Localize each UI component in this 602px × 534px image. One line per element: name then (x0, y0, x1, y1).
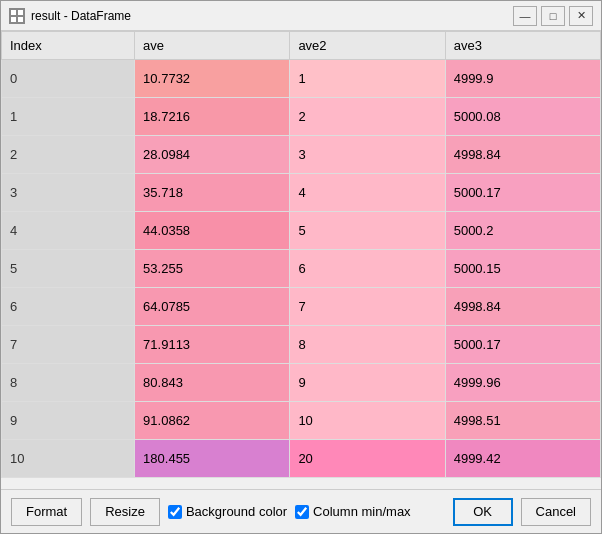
table-row: 991.0862104998.51 (2, 402, 601, 440)
col-header-ave2: ave2 (290, 32, 445, 60)
cell-ave3: 4999.9 (445, 60, 600, 98)
titlebar-controls: — □ ✕ (513, 6, 593, 26)
bg-color-checkbox-group: Background color (168, 504, 287, 519)
cell-ave2: 20 (290, 440, 445, 478)
table-row: 664.078574998.84 (2, 288, 601, 326)
cell-index: 1 (2, 98, 135, 136)
cell-ave3: 5000.15 (445, 250, 600, 288)
close-button[interactable]: ✕ (569, 6, 593, 26)
cell-ave: 18.7216 (135, 98, 290, 136)
cell-index: 3 (2, 174, 135, 212)
cell-ave: 53.255 (135, 250, 290, 288)
main-window: result - DataFrame — □ ✕ Index ave ave2 … (0, 0, 602, 534)
table-row: 880.84394999.96 (2, 364, 601, 402)
svg-rect-2 (11, 17, 16, 22)
cell-ave: 28.0984 (135, 136, 290, 174)
table-row: 10180.455204999.42 (2, 440, 601, 478)
cell-ave2: 4 (290, 174, 445, 212)
col-header-index: Index (2, 32, 135, 60)
cell-ave3: 4998.84 (445, 136, 600, 174)
cell-ave: 35.718 (135, 174, 290, 212)
cell-ave: 80.843 (135, 364, 290, 402)
cell-ave: 71.9113 (135, 326, 290, 364)
cell-ave2: 1 (290, 60, 445, 98)
cell-index: 0 (2, 60, 135, 98)
cell-index: 10 (2, 440, 135, 478)
col-header-ave3: ave3 (445, 32, 600, 60)
col-minmax-label: Column min/max (313, 504, 411, 519)
cell-ave: 91.0862 (135, 402, 290, 440)
svg-rect-0 (11, 10, 16, 15)
titlebar: result - DataFrame — □ ✕ (1, 1, 601, 31)
cell-index: 9 (2, 402, 135, 440)
table-row: 010.773214999.9 (2, 60, 601, 98)
cell-ave2: 7 (290, 288, 445, 326)
cell-ave3: 4998.51 (445, 402, 600, 440)
cell-index: 7 (2, 326, 135, 364)
table-row: 228.098434998.84 (2, 136, 601, 174)
resize-button[interactable]: Resize (90, 498, 160, 526)
titlebar-left: result - DataFrame (9, 8, 131, 24)
table-row: 335.71845000.17 (2, 174, 601, 212)
format-button[interactable]: Format (11, 498, 82, 526)
cell-ave3: 5000.08 (445, 98, 600, 136)
cell-ave2: 5 (290, 212, 445, 250)
minimize-button[interactable]: — (513, 6, 537, 26)
cell-ave2: 10 (290, 402, 445, 440)
cell-ave3: 5000.2 (445, 212, 600, 250)
window-icon (9, 8, 25, 24)
table-row: 118.721625000.08 (2, 98, 601, 136)
table-container: Index ave ave2 ave3 010.773214999.9118.7… (1, 31, 601, 489)
svg-rect-3 (18, 17, 23, 22)
cell-ave: 64.0785 (135, 288, 290, 326)
table-row: 771.911385000.17 (2, 326, 601, 364)
cell-ave: 44.0358 (135, 212, 290, 250)
footer: Format Resize Background color Column mi… (1, 489, 601, 533)
cell-ave3: 4999.96 (445, 364, 600, 402)
cell-ave3: 4998.84 (445, 288, 600, 326)
cell-index: 6 (2, 288, 135, 326)
cell-ave2: 6 (290, 250, 445, 288)
cell-index: 5 (2, 250, 135, 288)
maximize-button[interactable]: □ (541, 6, 565, 26)
cell-index: 8 (2, 364, 135, 402)
cell-ave3: 5000.17 (445, 326, 600, 364)
col-minmax-checkbox-group: Column min/max (295, 504, 411, 519)
cell-ave: 180.455 (135, 440, 290, 478)
cancel-button[interactable]: Cancel (521, 498, 591, 526)
cell-ave2: 9 (290, 364, 445, 402)
cell-ave2: 3 (290, 136, 445, 174)
bg-color-label: Background color (186, 504, 287, 519)
cell-ave2: 8 (290, 326, 445, 364)
svg-rect-1 (18, 10, 23, 15)
cell-ave3: 4999.42 (445, 440, 600, 478)
cell-ave2: 2 (290, 98, 445, 136)
cell-index: 4 (2, 212, 135, 250)
col-header-ave: ave (135, 32, 290, 60)
window-title: result - DataFrame (31, 9, 131, 23)
col-minmax-checkbox[interactable] (295, 505, 309, 519)
cell-ave3: 5000.17 (445, 174, 600, 212)
scroll-area[interactable]: Index ave ave2 ave3 010.773214999.9118.7… (1, 31, 601, 489)
cell-ave: 10.7732 (135, 60, 290, 98)
table-row: 444.035855000.2 (2, 212, 601, 250)
bg-color-checkbox[interactable] (168, 505, 182, 519)
table-header-row: Index ave ave2 ave3 (2, 32, 601, 60)
table-row: 553.25565000.15 (2, 250, 601, 288)
cell-index: 2 (2, 136, 135, 174)
ok-button[interactable]: OK (453, 498, 513, 526)
data-table: Index ave ave2 ave3 010.773214999.9118.7… (1, 31, 601, 478)
